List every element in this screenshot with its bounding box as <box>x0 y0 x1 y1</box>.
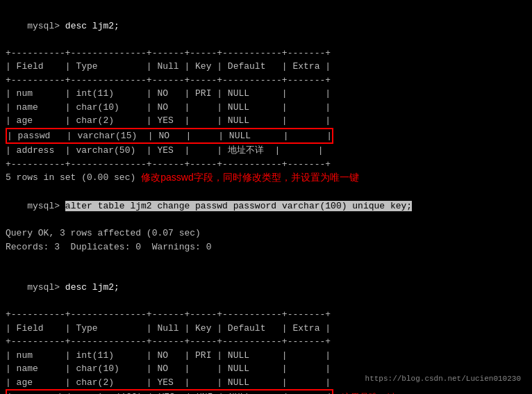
row2-line: | name | char(10) | NO | | NULL | | <box>6 101 526 115</box>
header2-line: | Field | Type | Null | Key | Default | … <box>6 322 526 336</box>
row1-line: | num | int(11) | NO | PRI | NULL | | <box>6 87 526 101</box>
url-label: https://blog.csdn.net/Lucien010230 <box>365 375 521 383</box>
blank-line <box>6 254 526 268</box>
result1-line: 5 rows in set (0.00 sec) <box>6 171 135 185</box>
annotation2: 这里是唯一键 <box>342 391 396 394</box>
row4-passwd-line: | passwd | varchar(15) | NO | | NULL | | <box>6 128 333 145</box>
sep5-line: +----------+--------------+------+-----+… <box>6 335 526 349</box>
prompt2: mysql> <box>27 201 65 211</box>
prompt1: mysql> <box>27 21 65 31</box>
result1-row: 5 rows in set (0.00 sec) 修改passwd字段，同时修改… <box>6 171 526 185</box>
cmd1-line: mysql> desc ljm2; <box>6 6 526 47</box>
annotation1: 修改passwd字段，同时修改类型，并设置为唯一键 <box>141 172 358 184</box>
query-ok-line: Query OK, 3 rows affected (0.07 sec) <box>6 227 526 240</box>
row1b-line: | num | int(11) | NO | PRI | NULL | | <box>6 349 526 363</box>
header-line: | Field | Type | Null | Key | Default | … <box>6 60 526 74</box>
cmd2-line: mysql> alter table ljm2 change passwd pa… <box>6 186 526 227</box>
sep2-line: +----------+--------------+------+-----+… <box>6 74 526 88</box>
sep3-line: +----------+--------------+------+-----+… <box>6 158 526 172</box>
terminal-window: mysql> desc ljm2; +----------+----------… <box>6 6 526 388</box>
row4b-password-line: | password | varchar(100) | YES | UNI | … <box>6 389 333 394</box>
row5-line: | address | varchar(50) | YES | | 地址不详 |… <box>6 144 526 158</box>
cmd2: alter table ljm2 change passwd password … <box>65 201 412 211</box>
prompt3: mysql> <box>27 282 65 293</box>
row4b-password-row: | password | varchar(100) | YES | UNI | … <box>6 389 526 394</box>
sep1-line: +----------+--------------+------+-----+… <box>6 47 526 60</box>
cmd3-line: mysql> desc ljm2; <box>6 268 526 309</box>
records-line: Records: 3 Duplicates: 0 Warnings: 0 <box>6 240 526 254</box>
cmd3: desc ljm2; <box>65 282 119 293</box>
row3-line: | age | char(2) | YES | | NULL | | <box>6 114 526 128</box>
sep4-line: +----------+--------------+------+-----+… <box>6 308 526 322</box>
cmd1: desc ljm2; <box>65 21 119 31</box>
row2b-line: | name | char(10) | NO | | NULL | | <box>6 362 526 376</box>
